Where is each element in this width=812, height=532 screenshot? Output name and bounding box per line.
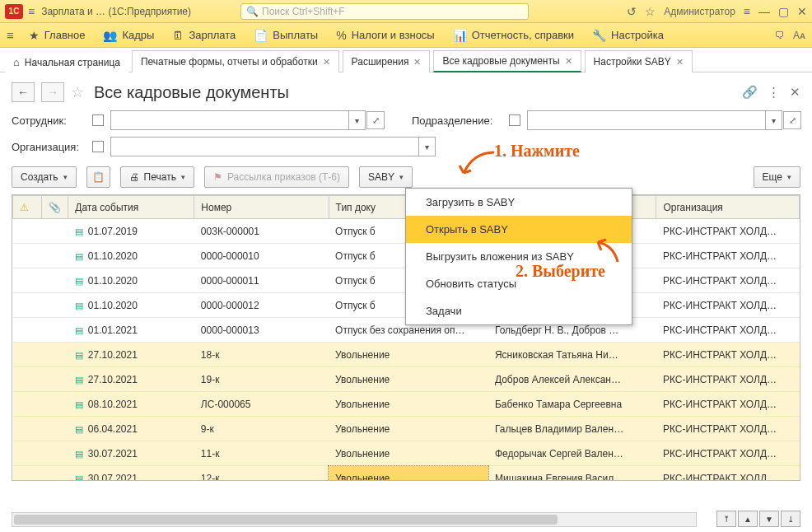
user-label[interactable]: Администратор (664, 6, 735, 17)
document-icon: ▤ (75, 474, 83, 482)
document-icon: ▤ (75, 325, 83, 335)
app-title: Зарплата и … (1С:Предприятие) (41, 6, 191, 17)
table-row[interactable]: ▤27.10.202119-кУвольнениеДобров Алексей … (13, 367, 800, 392)
document-icon: ▤ (75, 375, 83, 385)
org-checkbox[interactable] (92, 141, 104, 152)
col-date[interactable]: Дата события (68, 196, 194, 219)
table-row[interactable]: ▤08.10.2021ЛС-000065УвольнениеБабенко Та… (13, 392, 800, 417)
chevron-down-icon[interactable]: ▾ (418, 138, 435, 156)
menu-item[interactable]: 📄Выплаты (254, 29, 318, 42)
tab[interactable]: Расширения✕ (343, 50, 431, 72)
document-icon: ▤ (75, 424, 83, 434)
scroll-up-icon[interactable]: ▲ (738, 511, 758, 527)
col-org[interactable]: Организация (656, 196, 800, 219)
table-row[interactable]: ▤30.07.202111-кУвольнениеФедорычак Серге… (13, 441, 800, 466)
warning-icon: ⚠ (20, 202, 29, 213)
mailing-button[interactable]: ⚑ Рассылка приказов (Т-6) (204, 166, 349, 188)
maximize-icon[interactable]: ▢ (778, 5, 789, 18)
table-row[interactable]: ▤27.10.202118-кУвольнениеЯсниковская Тат… (13, 343, 800, 367)
menu-icon: 🗓 (172, 29, 184, 42)
tab[interactable]: Все кадровые документы✕ (433, 50, 581, 72)
menu-item[interactable]: 📊Отчетность, справки (453, 29, 574, 42)
saby-button[interactable]: SABY▾ (359, 166, 413, 188)
employee-input[interactable]: ▾ ⤢ (110, 110, 366, 130)
menu-item[interactable]: ★Главное (29, 29, 86, 42)
employee-checkbox[interactable] (92, 114, 104, 126)
menu-item[interactable]: 👥Кадры (103, 29, 154, 42)
document-icon: ▤ (75, 276, 83, 286)
nav-forward-button[interactable]: → (41, 82, 64, 102)
table-row[interactable]: ▤06.04.20219-кУвольнениеГальцев Владимир… (13, 417, 800, 441)
horizontal-scrollbar[interactable] (12, 512, 697, 527)
titlebar: 1C ≡ Зарплата и … (1С:Предприятие) 🔍 Пои… (0, 0, 812, 23)
dept-input[interactable]: ▾ ⤢ (527, 110, 782, 130)
tab[interactable]: Настройки SABY✕ (585, 50, 693, 72)
close-tab-icon[interactable]: ✕ (565, 56, 572, 67)
link-icon[interactable]: 🔗 (742, 85, 758, 100)
close-page-icon[interactable]: ✕ (790, 85, 800, 100)
forum-icon[interactable]: 🗨 (775, 30, 785, 41)
clipboard-button[interactable]: 📋 (86, 166, 110, 188)
menu-item[interactable]: %Налоги и взносы (336, 29, 435, 42)
menu-icon: 🔧 (592, 29, 606, 42)
close-window-icon[interactable]: ✕ (797, 5, 807, 18)
hamburger-icon[interactable]: ≡ (28, 5, 35, 18)
scroll-top-icon[interactable]: ⤒ (716, 511, 736, 527)
menu-icon: 📊 (453, 29, 467, 42)
scroll-down-icon[interactable]: ▼ (759, 511, 779, 527)
close-tab-icon[interactable]: ✕ (676, 57, 684, 68)
search-placeholder: Поиск Ctrl+Shift+F (262, 6, 345, 17)
table-row[interactable]: ▤30.07.202112-кУвольнениеМишакина Евгени… (13, 466, 800, 482)
document-icon: ▤ (75, 350, 83, 360)
toolbar: Создать▾ 📋 🖨 Печать▾ ⚑ Рассылка приказов… (0, 160, 812, 194)
document-icon: ▤ (75, 251, 83, 261)
page-star-icon[interactable]: ☆ (71, 83, 84, 101)
scroll-bottom-icon[interactable]: ⤓ (781, 511, 800, 527)
more-button[interactable]: Еще▾ (754, 166, 800, 188)
expand-icon[interactable]: ⤢ (783, 111, 801, 129)
close-tab-icon[interactable]: ✕ (323, 57, 330, 68)
annotation-1: 1. Нажмите (494, 142, 580, 161)
history-icon[interactable]: ↺ (627, 5, 637, 18)
chevron-down-icon[interactable]: ▾ (348, 111, 365, 129)
create-button[interactable]: Создать▾ (12, 166, 77, 188)
chevron-down-icon[interactable]: ▾ (765, 111, 782, 129)
dept-checkbox[interactable] (509, 114, 520, 126)
tab[interactable]: Печатные формы, отчеты и обработки✕ (132, 50, 339, 72)
page-header: ← → ☆ Все кадровые документы 🔗 ⋮ ✕ (0, 72, 812, 107)
kebab-icon[interactable]: ⋮ (768, 85, 780, 100)
page-title: Все кадровые документы (94, 83, 289, 102)
filters: Сотрудник: ▾ ⤢ Подразделение: ▾ ⤢ Органи… (0, 107, 812, 160)
minimize-icon[interactable]: — (758, 5, 770, 18)
saby-menu-item[interactable]: Загрузить в SABY (406, 189, 632, 216)
text-size-icon[interactable]: Aᴀ (793, 30, 805, 41)
clip-icon: 📎 (49, 202, 61, 213)
document-icon: ▤ (75, 449, 83, 459)
chevron-down-icon: ▾ (181, 173, 185, 181)
print-button[interactable]: 🖨 Печать▾ (120, 166, 194, 188)
scroll-buttons: ⤒ ▲ ▼ ⤓ (716, 511, 800, 527)
main-menu: ≡ ★Главное👥Кадры🗓Зарплата📄Выплаты%Налоги… (0, 23, 812, 48)
document-icon: ▤ (75, 301, 83, 310)
org-input[interactable]: ▾ (110, 137, 436, 156)
menu-item[interactable]: 🗓Зарплата (172, 29, 236, 42)
menu-icon: 📄 (254, 29, 268, 42)
document-icon: ▤ (75, 226, 83, 236)
annotation-2: 2. Выберите (516, 262, 605, 281)
col-num[interactable]: Номер (194, 196, 329, 219)
favorite-icon[interactable]: ☆ (645, 5, 656, 18)
home-icon: ⌂ (13, 56, 20, 68)
global-search[interactable]: 🔍 Поиск Ctrl+Shift+F (240, 3, 529, 20)
close-tab-icon[interactable]: ✕ (413, 57, 421, 68)
nav-back-button[interactable]: ← (12, 82, 35, 102)
scrollbar-thumb[interactable] (14, 515, 558, 525)
menu-icon[interactable]: ≡ (7, 28, 14, 42)
saby-menu-item[interactable]: Задачи (406, 297, 632, 324)
settings-lines-icon[interactable]: ≡ (744, 5, 750, 18)
menu-icon: ★ (29, 29, 40, 42)
clipboard-icon: 📋 (92, 171, 105, 183)
tab-home[interactable]: ⌂ Начальная страница (5, 52, 128, 72)
expand-icon[interactable]: ⤢ (366, 111, 385, 129)
employee-label: Сотрудник: (12, 114, 86, 127)
menu-item[interactable]: 🔧Настройка (592, 29, 664, 42)
